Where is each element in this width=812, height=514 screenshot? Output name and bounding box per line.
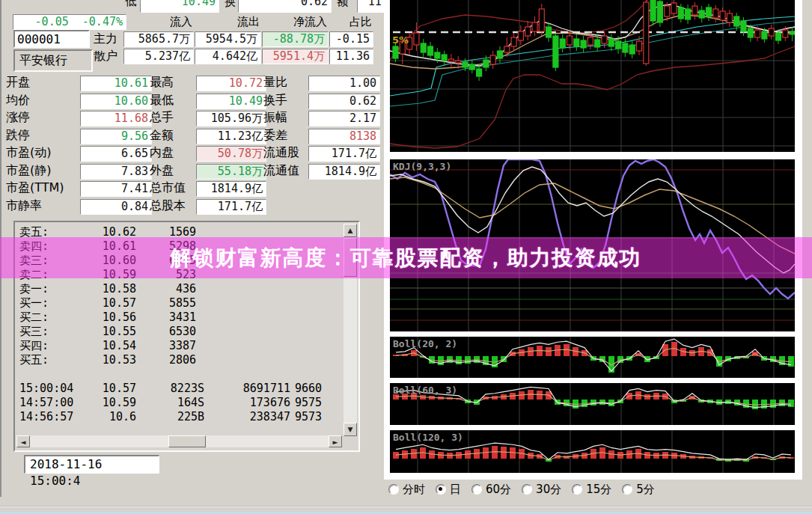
svg-text:Boll(20, 2): Boll(20, 2) bbox=[393, 338, 457, 349]
orderbook-level-label: 买一: bbox=[19, 296, 49, 310]
orderbook-row: 买三:10.556530 bbox=[15, 325, 358, 339]
orderbook-row: 买一:10.575855 bbox=[15, 296, 358, 310]
quote-label: 市盈(动) bbox=[6, 145, 51, 160]
quote-value: 11.68 bbox=[80, 111, 152, 126]
period-option-日[interactable]: 日 bbox=[436, 483, 461, 497]
quote-value: 1814.9亿 bbox=[308, 164, 380, 180]
quote-label: 外盘 bbox=[150, 163, 174, 178]
radio-icon[interactable] bbox=[471, 484, 482, 495]
quote-value: 50.78万 bbox=[196, 146, 266, 162]
boll60-indicator-chart[interactable]: Boll(60, 3) bbox=[390, 383, 795, 425]
tick-sequence: 9660 bbox=[295, 382, 322, 396]
orderbook-row: 卖一:10.58436 bbox=[15, 282, 358, 296]
quote-value: 171.7亿 bbox=[308, 146, 380, 162]
orderbook-price: 10.56 bbox=[67, 310, 136, 325]
orderbook-price: 10.58 bbox=[67, 282, 136, 296]
quote-value: 7.83 bbox=[80, 164, 152, 180]
svg-text:Boll(120, 3): Boll(120, 3) bbox=[393, 432, 463, 443]
quote-value-cut: 10.49 bbox=[140, 0, 219, 13]
fundflow-outflow-value: 4.642亿 bbox=[195, 49, 261, 64]
scroll-left-button[interactable]: ◄ bbox=[16, 435, 30, 447]
orderbook-level-label: 买二: bbox=[19, 310, 49, 325]
period-option-60分[interactable]: 60分 bbox=[471, 483, 511, 497]
boll120-indicator-chart[interactable]: Boll(120, 3) bbox=[390, 430, 795, 473]
quote-label: 市盈(静) bbox=[6, 163, 51, 178]
quote-value: 8138 bbox=[308, 129, 380, 144]
quote-label: 跌停 bbox=[6, 128, 30, 143]
orderbook-price: 10.57 bbox=[67, 296, 136, 310]
radio-icon[interactable] bbox=[388, 484, 399, 495]
quote-value: 10.72 bbox=[196, 76, 266, 91]
orderbook-volume: 436 bbox=[135, 282, 196, 296]
orderbook-level-label: 买四: bbox=[19, 339, 49, 353]
period-option-5分[interactable]: 5分 bbox=[622, 483, 655, 497]
period-label: 30分 bbox=[536, 483, 561, 497]
fundflow-ratio-value: 11.36 bbox=[329, 49, 373, 64]
quote-value: 1.00 bbox=[308, 76, 380, 91]
fundflow-outflow-value: 5954.5万 bbox=[195, 31, 261, 47]
quote-label: 委差 bbox=[263, 128, 287, 143]
period-option-分时[interactable]: 分时 bbox=[388, 483, 425, 497]
period-option-15分[interactable]: 15分 bbox=[572, 483, 611, 497]
quote-value: 2.17 bbox=[308, 111, 380, 126]
tick-volume: 164S bbox=[138, 396, 204, 410]
quote-label: 内盘 bbox=[150, 145, 174, 160]
quote-label: 振幅 bbox=[263, 110, 287, 125]
tick-sequence: 9575 bbox=[295, 396, 322, 410]
tick-amount: 238347 bbox=[208, 410, 290, 424]
candlestick-chart[interactable]: 5% bbox=[390, 0, 795, 152]
svg-text:KDJ(9,3,3): KDJ(9,3,3) bbox=[393, 161, 451, 172]
quote-label: 最高 bbox=[150, 75, 174, 90]
bottom-divider bbox=[0, 506, 812, 507]
horizontal-scroll-thumb[interactable] bbox=[168, 435, 206, 447]
boll20-indicator-chart[interactable]: Boll(20, 2) bbox=[390, 337, 795, 378]
fundflow-header-net: 净流入 bbox=[262, 15, 327, 29]
fundflow-row-label: 主力 bbox=[94, 31, 117, 46]
quote-value-cut: 0.62 bbox=[238, 0, 332, 13]
period-selector: 分时日60分30分15分5分 bbox=[388, 482, 655, 497]
quote-value: 55.18万 bbox=[196, 164, 266, 180]
tick-price: 10.57 bbox=[75, 382, 136, 396]
fundflow-inflow-value: 5865.7万 bbox=[123, 31, 194, 47]
orderbook-volume: 5855 bbox=[135, 296, 196, 310]
quote-value: 9.56 bbox=[80, 129, 152, 144]
fundflow-ratio-value: -0.15 bbox=[329, 31, 373, 47]
promo-banner[interactable]: 解锁财富新高度：可靠股票配资，助力投资成功 bbox=[0, 237, 812, 278]
stock-code-input[interactable] bbox=[13, 30, 90, 48]
quote-value: 11.23亿 bbox=[196, 129, 266, 144]
orderbook-row: 买四:10.543387 bbox=[15, 339, 358, 353]
period-label: 15分 bbox=[586, 483, 611, 497]
tick-price: 10.59 bbox=[75, 396, 136, 410]
datetime-display: 2018-11-16 15:00:4 bbox=[24, 455, 159, 474]
quote-label: 换手 bbox=[263, 93, 287, 108]
orderbook-level-label: 买五: bbox=[19, 353, 49, 367]
scroll-up-button[interactable]: ▲ bbox=[344, 224, 357, 237]
radio-icon[interactable] bbox=[622, 484, 632, 495]
quote-value: 0.62 bbox=[308, 94, 380, 109]
quote-value: 171.7亿 bbox=[196, 199, 266, 215]
quote-label: 总股本 bbox=[150, 198, 186, 213]
period-option-30分[interactable]: 30分 bbox=[522, 483, 561, 497]
radio-icon[interactable] bbox=[522, 484, 532, 495]
quote-value: 0.84 bbox=[80, 199, 152, 215]
stock-name-button[interactable]: 平安银行 bbox=[13, 49, 93, 72]
orderbook-level-label: 卖一: bbox=[19, 282, 49, 296]
fundflow-row-label: 散户 bbox=[94, 49, 117, 64]
radio-icon[interactable] bbox=[436, 484, 446, 495]
radio-icon[interactable] bbox=[572, 484, 582, 495]
quote-label: 最低 bbox=[150, 93, 174, 108]
orderbook-price: 10.53 bbox=[67, 353, 136, 367]
stock-terminal-window: 低10.49换0.62额11.23亿 -0.05 -0.47% 流入 流出 净流… bbox=[0, 0, 812, 514]
orderbook-volume: 3431 bbox=[135, 310, 196, 325]
tick-row: 14:56:5710.6225B2383479573 bbox=[15, 410, 358, 424]
orderbook-volume: 3387 bbox=[135, 339, 196, 353]
quote-label: 总市值 bbox=[150, 180, 186, 195]
period-label: 5分 bbox=[636, 483, 655, 497]
tick-row: 14:57:0010.59164S1736769575 bbox=[15, 396, 358, 410]
tick-amount: 8691711 bbox=[208, 382, 290, 396]
svg-text:5%: 5% bbox=[392, 34, 409, 46]
quote-value: 10.61 bbox=[80, 76, 152, 91]
svg-text:Boll(60, 3): Boll(60, 3) bbox=[393, 385, 457, 396]
scroll-down-button[interactable]: ▼ bbox=[344, 423, 357, 436]
scroll-right-button[interactable]: ► bbox=[329, 435, 342, 447]
